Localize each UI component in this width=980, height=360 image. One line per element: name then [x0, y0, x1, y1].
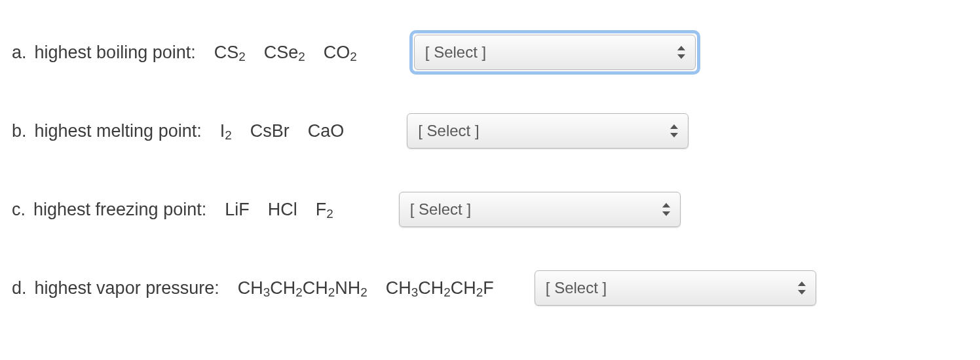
formula-option: CSe2: [264, 43, 305, 63]
formula-option: CH3CH2CH2F: [386, 278, 494, 298]
formula-option: CaO: [308, 121, 345, 141]
formula-option: CsBr: [250, 121, 290, 141]
answer-select-b[interactable]: [ Select ]: [407, 113, 688, 149]
question-prompt-a: a. highest boiling point: CS2 CSe2 CO2: [12, 43, 357, 63]
select-value: [ Select ]: [546, 279, 607, 297]
formula-list: CS2 CSe2 CO2: [214, 43, 357, 63]
formula-option: CO2: [324, 43, 357, 63]
question-label: highest melting point:: [35, 121, 202, 141]
select-focus-ring: [ Select ]: [409, 30, 700, 75]
answer-select-d[interactable]: [ Select ]: [535, 270, 816, 306]
select-value: [ Select ]: [418, 122, 479, 140]
question-row-d: d. highest vapor pressure: CH3CH2CH2NH2 …: [12, 249, 968, 327]
question-row-a: a. highest boiling point: CS2 CSe2 CO2 […: [12, 13, 968, 92]
select-value: [ Select ]: [425, 43, 486, 62]
question-prompt-c: c. highest freezing point: LiF HCl F2: [12, 200, 333, 220]
formula-option: CH3CH2CH2NH2: [238, 278, 368, 298]
question-prompt-b: b. highest melting point: I2 CsBr CaO: [12, 121, 344, 141]
formula-list: I2 CsBr CaO: [220, 121, 345, 141]
select-value: [ Select ]: [410, 200, 471, 219]
question-label: highest freezing point:: [33, 200, 206, 220]
formula-option: I2: [220, 121, 232, 141]
formula-option: CS2: [214, 43, 246, 63]
updown-caret-icon: [797, 281, 806, 295]
answer-select-a[interactable]: [ Select ]: [414, 35, 696, 70]
formula-list: CH3CH2CH2NH2 CH3CH2CH2F: [238, 278, 494, 298]
question-row-c: c. highest freezing point: LiF HCl F2 [ …: [12, 170, 968, 249]
answer-select-c[interactable]: [ Select ]: [399, 192, 681, 227]
formula-option: HCl: [268, 200, 297, 220]
updown-caret-icon: [662, 203, 671, 216]
question-letter: b.: [12, 121, 27, 141]
updown-caret-icon: [669, 124, 679, 137]
question-letter: c.: [12, 200, 26, 220]
question-row-b: b. highest melting point: I2 CsBr CaO [ …: [12, 92, 968, 170]
question-letter: d.: [12, 278, 27, 298]
formula-option: LiF: [225, 200, 250, 220]
question-label: highest vapor pressure:: [35, 278, 219, 298]
question-prompt-d: d. highest vapor pressure: CH3CH2CH2NH2 …: [12, 278, 494, 298]
updown-caret-icon: [677, 46, 686, 59]
formula-option: F2: [316, 200, 333, 220]
question-letter: a.: [12, 43, 27, 63]
formula-list: LiF HCl F2: [225, 200, 333, 220]
question-label: highest boiling point:: [35, 43, 196, 63]
